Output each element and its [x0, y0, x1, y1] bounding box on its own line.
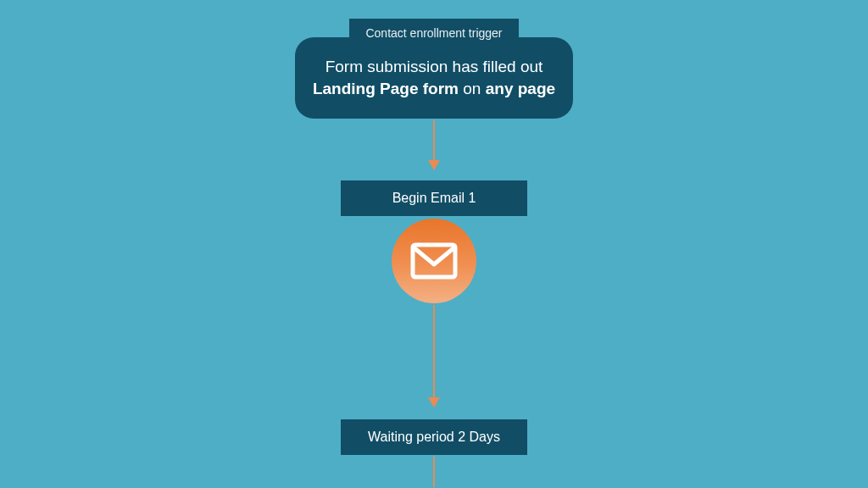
trigger-bold-form: Landing Page form [313, 80, 459, 97]
mail-icon [410, 242, 458, 280]
arrow-connector [433, 305, 435, 407]
email-icon-circle [392, 219, 476, 303]
trigger-mid-text: on [459, 80, 486, 97]
step-waiting-period: Waiting period 2 Days [341, 419, 527, 455]
step-email-label: Begin Email 1 [392, 191, 476, 206]
workflow-diagram: Contact enrollment trigger Form submissi… [0, 0, 868, 488]
step-begin-email-1: Begin Email 1 [341, 180, 527, 216]
trigger-tag-label: Contact enrollment trigger [365, 26, 502, 40]
trigger-card: Form submission has filled out Landing P… [295, 37, 573, 119]
step-wait-label: Waiting period 2 Days [368, 430, 500, 445]
trigger-tag: Contact enrollment trigger [349, 19, 519, 47]
trigger-description-line1: Form submission has filled out [326, 56, 543, 78]
trigger-bold-anypage: any page [486, 80, 555, 97]
trigger-description-line2: Landing Page form on any page [313, 78, 555, 100]
arrow-connector [433, 457, 435, 487]
arrow-connector [433, 120, 435, 169]
